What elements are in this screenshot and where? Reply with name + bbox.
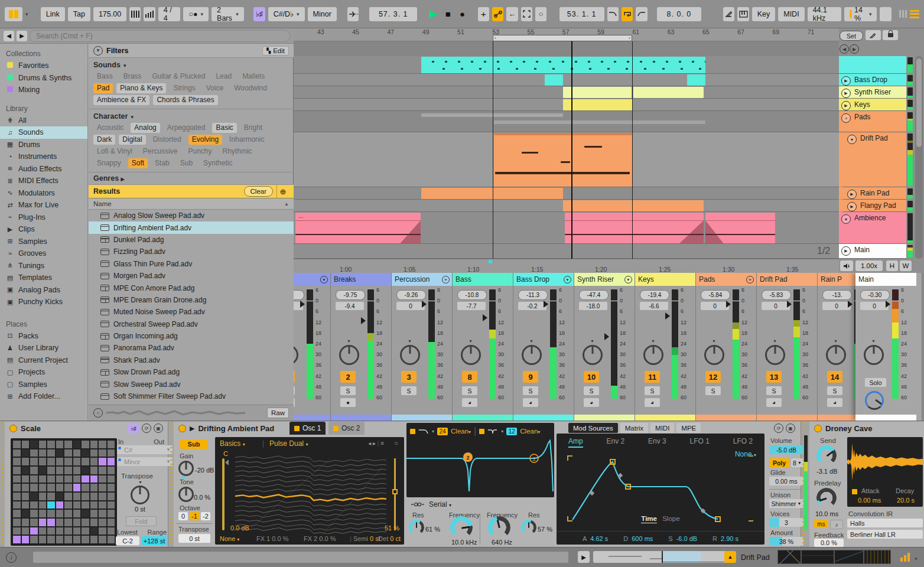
- osc-level-value[interactable]: 0.0 dB: [230, 524, 249, 532]
- scale-grid-cell[interactable]: [108, 493, 115, 500]
- wavetable-position-slider[interactable]: [394, 458, 396, 530]
- sidebar-item-library[interactable]: ⋕All: [0, 115, 87, 127]
- filter-tag[interactable]: Ambience & FX: [93, 95, 149, 105]
- scale-grid-cell[interactable]: [13, 501, 21, 509]
- subtab-env2[interactable]: Env 2: [606, 437, 624, 448]
- preview-icon[interactable]: ▶: [190, 425, 194, 432]
- scale-grid-cell[interactable]: [90, 519, 98, 526]
- peak-level-value[interactable]: -9.26: [396, 290, 426, 300]
- scale-grid-cell[interactable]: [82, 510, 89, 517]
- scale-grid-cell[interactable]: [30, 449, 38, 457]
- sidebar-item-collection[interactable]: Mixing: [0, 84, 87, 96]
- scale-grid-cell[interactable]: [99, 536, 106, 543]
- scale-grid-cell[interactable]: [64, 519, 72, 526]
- scale-grid-cell[interactable]: [13, 493, 21, 500]
- scale-grid-cell[interactable]: [108, 527, 115, 535]
- volume-handle[interactable]: [665, 312, 670, 320]
- key-scale-menu[interactable]: Minor: [308, 7, 337, 21]
- mixer-track-header[interactable]: Keys: [635, 273, 696, 286]
- scale-grid-cell[interactable]: [47, 510, 55, 517]
- record-button[interactable]: ●: [457, 7, 468, 21]
- scale-grid-cell[interactable]: [73, 536, 81, 543]
- track-header-flangy-pad[interactable]: ▶Flangy Pad: [839, 200, 906, 212]
- subtab-lfo2[interactable]: LFO 2: [733, 437, 753, 448]
- levels-caret-icon[interactable]: ▾: [915, 556, 918, 562]
- scale-grid-cell[interactable]: [13, 519, 21, 526]
- filter-tag[interactable]: Lead: [212, 71, 235, 82]
- scale-grid-cell[interactable]: [82, 493, 89, 500]
- clip-keys[interactable]: [563, 99, 632, 110]
- scale-grid-cell[interactable]: [99, 458, 106, 465]
- sidebar-item-library[interactable]: ⇄Max for Live: [0, 199, 87, 211]
- clip-bass-drop-2[interactable]: [687, 74, 705, 86]
- transpose-value[interactable]: 0 st: [135, 506, 145, 513]
- audition-speaker-button[interactable]: [840, 260, 853, 271]
- scale-grid-cell[interactable]: [30, 519, 38, 526]
- track-fold-icon[interactable]: ▾: [564, 276, 571, 284]
- freq2-value[interactable]: 640 Hz: [492, 539, 512, 546]
- scale-grid-cell[interactable]: [64, 458, 72, 465]
- solo-button[interactable]: S: [462, 386, 477, 395]
- clip-ambience-1[interactable]: ...: [295, 213, 421, 243]
- scale-grid-cell[interactable]: [108, 441, 115, 448]
- device-thumbnail[interactable]: [777, 550, 801, 564]
- peak-level-value[interactable]: -5.84: [701, 290, 730, 300]
- menu-icon[interactable]: [910, 10, 919, 18]
- scale-grid-cell[interactable]: [30, 475, 38, 483]
- mixer-track-header[interactable]: Synth Riser▾: [574, 273, 635, 286]
- osc-level-slider[interactable]: [222, 458, 225, 530]
- result-item[interactable]: Glass Thin Pure Pad.adv: [89, 258, 294, 270]
- automation-arm-button[interactable]: [492, 7, 503, 21]
- filter2-mode-menu[interactable]: Clean▾: [520, 428, 540, 435]
- scale-grid-cell[interactable]: [30, 484, 38, 491]
- solo-button[interactable]: S: [340, 386, 356, 395]
- filter-tag[interactable]: Percussive: [139, 146, 181, 157]
- sidebar-item-library[interactable]: ◔Instruments: [0, 151, 87, 163]
- tab-mod-sources[interactable]: Mod Sources: [568, 423, 618, 433]
- osc-fx1-value[interactable]: FX 1 0.0 %: [256, 535, 288, 542]
- unison-mode-select[interactable]: Shimmer▼: [769, 499, 803, 508]
- scale-grid-cell[interactable]: [82, 501, 89, 509]
- tab-matrix[interactable]: Matrix: [620, 423, 648, 433]
- scale-grid-cell[interactable]: [73, 493, 81, 500]
- scale-grid-cell[interactable]: [90, 501, 98, 509]
- scale-grid-cell[interactable]: [39, 449, 47, 457]
- filters-collapse-icon[interactable]: ▼: [93, 46, 103, 56]
- scale-grid-cell[interactable]: [47, 519, 55, 526]
- attack-param[interactable]: A4.62 s: [583, 535, 608, 542]
- mixer-track-header[interactable]: Breaks: [331, 273, 392, 286]
- gain-value[interactable]: -20 dB: [195, 467, 214, 474]
- next-locator-button[interactable]: ▶: [850, 44, 859, 54]
- result-item[interactable]: Analog Slow Sweep Pad.adv: [89, 210, 294, 221]
- pan-knob[interactable]: [704, 345, 724, 365]
- volume-value[interactable]: 0: [762, 302, 790, 310]
- sidebar-item-place[interactable]: ♟User Library: [0, 342, 87, 354]
- fold-icon[interactable]: ▶: [841, 246, 851, 256]
- scale-grid-cell[interactable]: [64, 493, 72, 500]
- scale-grid-cell[interactable]: [82, 458, 89, 465]
- width-zoom-button[interactable]: W: [900, 260, 912, 271]
- solo-button[interactable]: S: [766, 386, 782, 395]
- volume-handle[interactable]: [604, 333, 609, 340]
- clip-breaks[interactable]: [421, 57, 705, 73]
- track-header-main[interactable]: ▶Main: [839, 244, 906, 259]
- track-fold-icon[interactable]: ▾: [320, 276, 328, 284]
- subtab-env3[interactable]: Env 3: [648, 437, 666, 448]
- clip-drift-pad[interactable]: [494, 133, 632, 187]
- filter-tag[interactable]: Dark: [93, 135, 115, 145]
- track-fold-icon[interactable]: ▾: [624, 276, 632, 284]
- scale-grid-cell[interactable]: [47, 449, 55, 457]
- filter-tag[interactable]: Evolving: [188, 135, 222, 145]
- arm-button[interactable]: ◕: [584, 398, 599, 407]
- filter2-slope-badge[interactable]: 12: [506, 428, 517, 435]
- midi-note[interactable]: [522, 152, 538, 154]
- track-activator-button[interactable]: 12: [705, 371, 721, 383]
- scale-grid-cell[interactable]: [73, 501, 81, 509]
- track-activator-button[interactable]: 14: [827, 371, 842, 383]
- loop-start-field[interactable]: 53. 1. 1: [559, 7, 604, 21]
- highlight-loop-button[interactable]: ○: [535, 7, 546, 21]
- filter-display[interactable]: ▾ 24 Clean▾ | ▾ 12 Clean▾ 1 2: [406, 423, 554, 497]
- ir-file-select[interactable]: Berliner Hall LR: [847, 530, 923, 539]
- scale-grid-cell[interactable]: [22, 449, 30, 457]
- volume-value[interactable]: -7.7: [457, 302, 486, 310]
